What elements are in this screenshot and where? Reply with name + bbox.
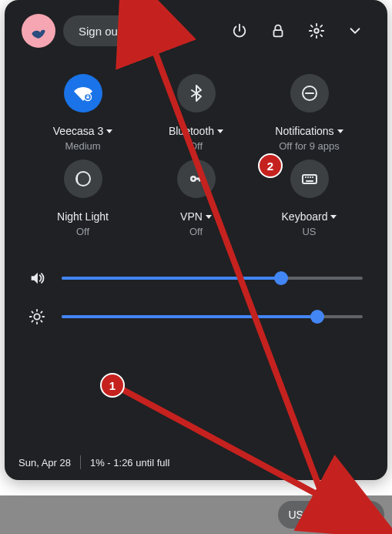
keyboard-icon [300,170,319,188]
power-icon [231,22,248,39]
svg-line-24 [41,321,42,321]
caret-icon [330,215,337,219]
tile-notifications[interactable]: Notifications Off for 9 apps [253,74,366,152]
tile-bluetooth-sub: Off [189,140,203,152]
svg-rect-10 [202,178,204,183]
svg-rect-28 [333,509,336,511]
tile-notifications-sub: Off for 9 apps [279,140,340,152]
wifi-icon [74,84,92,102]
vpn-key-icon [187,170,206,188]
status-date: Sun, Apr 28 [18,457,71,469]
avatar[interactable] [22,14,55,48]
volume-slider[interactable] [62,277,363,280]
vpn-icon-circle [177,160,216,198]
volume-icon [28,270,45,287]
svg-rect-0 [274,30,283,36]
collapse-button[interactable] [340,15,370,46]
brightness-slider-row [26,297,363,336]
brightness-icon [28,308,45,325]
panel-status-bar: Sun, Apr 28 1% - 1:26 until full [18,455,169,469]
system-tray[interactable]: US 09:38 [278,501,385,529]
tile-night-light[interactable]: Night Light Off [26,160,139,237]
svg-line-23 [32,311,32,312]
tile-wifi[interactable]: Veecasa 3 Medium [26,74,139,152]
wifi-tray-icon [310,509,322,521]
battery-charging-tray-icon [328,509,340,521]
tile-notifications-label: Notifications [275,125,333,137]
tile-vpn-label: VPN [180,210,203,223]
power-button[interactable] [224,15,255,46]
lock-button[interactable] [263,15,293,46]
tile-wifi-label: Veecasa 3 [53,125,103,137]
svg-point-8 [192,178,194,180]
tray-ime: US [289,509,303,521]
volume-slider-thumb[interactable] [274,271,288,285]
gear-icon [308,22,325,39]
tile-bluetooth[interactable]: Bluetooth Off [139,74,253,152]
tile-vpn[interactable]: VPN Off [139,160,253,237]
chevron-down-icon [347,22,364,39]
brightness-slider[interactable] [62,315,363,318]
settings-button[interactable] [301,15,332,46]
sign-out-button[interactable]: Sign out [63,15,136,46]
status-divider [80,455,81,469]
annotation-marker-2: 2 [258,153,283,178]
brightness-button[interactable] [26,306,48,327]
tray-clock: 09:38 [347,509,374,521]
tile-nightlight-label: Night Light [57,210,109,223]
caret-icon [106,129,112,133]
annotation-marker-1: 1 [100,373,125,398]
svg-rect-11 [199,178,201,182]
night-light-icon-circle [64,160,102,198]
caret-icon [337,129,343,133]
quick-settings-panel: Sign out Veecasa 3 Mediu [5,0,387,480]
svg-point-18 [34,314,39,319]
lock-icon [270,22,286,39]
tile-keyboard-sub: US [302,226,316,237]
bluetooth-icon-circle [177,74,216,113]
moon-icon [74,170,92,188]
caret-icon [206,215,212,219]
do-not-disturb-icon [300,84,319,102]
volume-button[interactable] [26,267,48,289]
avatar-image-icon [28,21,49,41]
tile-nightlight-sub: Off [76,226,89,237]
brightness-slider-fill [62,315,317,318]
bluetooth-icon [187,84,206,102]
wifi-icon-circle [64,74,102,113]
tile-keyboard-label: Keyboard [282,210,328,223]
status-battery: 1% - 1:26 until full [90,457,169,469]
svg-point-1 [314,29,319,33]
tile-wifi-sub: Medium [65,140,100,152]
tile-bluetooth-label: Bluetooth [169,125,214,137]
sign-out-label: Sign out [79,25,121,38]
keyboard-icon-circle [290,160,329,198]
volume-slider-row [26,259,363,297]
svg-rect-12 [303,175,317,183]
caret-icon [217,129,223,133]
svg-rect-3 [86,96,89,99]
tile-vpn-sub: Off [189,226,203,237]
notifications-icon-circle [290,74,329,113]
volume-slider-fill [62,277,281,280]
brightness-slider-thumb[interactable] [310,310,324,324]
svg-line-25 [32,321,32,321]
svg-line-26 [41,311,42,312]
